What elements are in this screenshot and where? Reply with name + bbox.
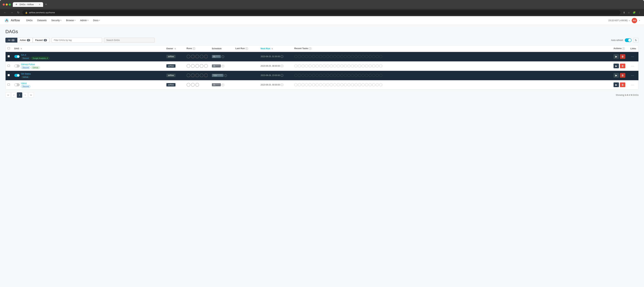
dag-tag[interactable]: Google Analytics 4 [31,57,49,59]
user-avatar-button[interactable]: AU [632,18,637,23]
share-icon[interactable]: ⬆ [622,11,626,14]
task-circle [354,74,358,77]
select-all-checkbox[interactable] [8,47,10,49]
new-tab-button[interactable]: + [44,2,48,7]
page-1-button[interactable]: 1 [17,92,22,98]
dag-tag[interactable]: Discord [21,66,30,69]
filter-tab-active[interactable]: Active 0 [17,38,33,42]
extensions-icon[interactable]: 🧩 [632,11,636,14]
nextrun-info-icon-ga4[interactable]: i [280,55,283,58]
forward-button[interactable]: → [10,10,14,15]
delete-button-github-follow[interactable]: 🗑 [620,64,625,68]
nav-item-security[interactable]: Security ▾ [49,16,64,25]
play-button-uplus[interactable]: ▶ [614,82,619,87]
dag-toggle-ga4[interactable] [14,55,20,58]
th-actions: Actions i [612,45,628,52]
nextrun-info-icon-git-status[interactable]: i [280,74,283,77]
row-checkbox-git-status[interactable] [8,74,10,76]
next-page-button[interactable]: › [22,92,28,98]
th-owner[interactable]: Owner ⇅ [164,45,184,52]
actions-info-icon[interactable]: i [622,47,625,50]
tab-close-button[interactable]: ✕ [39,3,40,6]
minimize-dot[interactable] [6,3,8,5]
dag-tag[interactable]: GitHub [21,76,30,78]
filter-tab-paused[interactable]: Paused 4 [33,38,50,42]
schedule-info-icon-ga4[interactable]: i [222,55,224,58]
play-button-github-follow[interactable]: ▶ [614,64,619,68]
play-button-git-status[interactable]: ▶ [614,73,619,78]
dag-link-git-status[interactable]: Git-Status [21,72,31,75]
close-dot[interactable] [3,3,5,5]
th-nextrun[interactable]: Next Run ⇅ [259,45,292,52]
lock-icon: 🔒 [25,11,28,14]
nav-item-dags[interactable]: DAGs [24,16,35,25]
schedule-info-icon-github-follow[interactable]: i [222,65,224,67]
nextrun-info-icon-github-follow[interactable]: i [280,65,283,67]
dag-tags-git-status: GitHub [21,76,31,78]
task-circle [362,64,364,67]
app-logo[interactable]: Airflow [4,18,20,23]
search-dags-input[interactable] [104,38,154,42]
back-button[interactable]: ← [3,10,8,15]
dag-link-uplus[interactable]: Uplus [21,82,30,84]
task-circle [316,55,319,58]
more-links-github-follow[interactable]: ⋯ [630,64,635,68]
run-circle [195,64,199,68]
dag-toggle-uplus[interactable] [14,83,20,86]
last-page-button[interactable]: » [28,92,34,98]
first-page-button[interactable]: « [6,92,11,98]
dag-toggle-git-status[interactable] [14,74,20,77]
nav-item-admin[interactable]: Admin ▾ [78,16,91,25]
active-tab[interactable]: ✈ DAGs - Airflow ✕ [13,2,43,7]
run-circle [191,64,195,68]
task-circle [358,83,361,86]
dag-toggle-github-follow[interactable] [14,64,20,67]
dag-link-ga4[interactable]: GA-4 [21,54,49,56]
dag-tag[interactable]: Discord [21,85,30,88]
dag-link-github-follow[interactable]: GitHub-Follow [21,63,40,66]
nav-item-datasets[interactable]: Datasets [35,16,49,25]
task-circle [302,74,304,77]
recenttasks-info-icon[interactable]: i [309,47,312,50]
filter-tag-input[interactable] [52,38,102,42]
prev-page-button[interactable]: ‹ [11,92,16,98]
row-checkbox-ga4[interactable] [8,55,10,57]
play-button-ga4[interactable]: ▶ [614,54,619,59]
nav-time-chevron-icon[interactable]: ▾ [629,20,630,21]
run-circle [191,55,195,58]
delete-button-git-status[interactable]: 🗑 [620,73,625,78]
nextrun-cell-uplus: 2023-08-25, 00:00:00 i [259,80,292,89]
more-links-git-status[interactable]: ⋯ [630,74,635,77]
lastrun-info-icon[interactable]: i [245,47,248,50]
menu-icon[interactable]: ⋮ [638,11,641,14]
reload-button[interactable]: ↻ [16,10,20,15]
dag-tag[interactable]: GitHub [31,66,40,69]
delete-button-ga4[interactable]: 🗑 [620,54,625,59]
task-circle [294,55,298,58]
schedule-badge-ga4: 01 * * * [212,55,221,58]
row-checkbox-github-follow[interactable] [8,65,10,67]
recent-task-circles-ga4 [294,55,610,58]
schedule-info-icon-uplus[interactable]: i [222,84,224,86]
bookmark-icon[interactable]: ☆ [627,11,631,14]
auto-refresh-toggle[interactable] [625,38,632,42]
th-recent-tasks: Recent Tasks i [292,45,612,52]
th-dag[interactable]: DAG ⇅ [12,45,164,52]
row-checkbox-uplus[interactable] [8,83,10,86]
address-bar[interactable]: airflow.zerohertz.xyz/home [29,11,618,14]
schedule-info-icon-git-status[interactable]: i [224,74,227,77]
more-links-ga4[interactable]: ⋯ [630,55,635,58]
nav-item-browse[interactable]: Browse ▾ [64,16,78,25]
user-chevron-icon[interactable]: ▾ [639,19,640,21]
nextrun-info-icon-uplus[interactable]: i [280,83,283,86]
task-circle [308,55,312,58]
runs-info-icon[interactable]: i [193,47,195,50]
more-links-uplus[interactable]: ⋯ [630,83,635,86]
nav-item-docs[interactable]: Docs ▾ [91,16,102,25]
delete-button-uplus[interactable]: 🗑 [620,82,625,87]
refresh-button[interactable]: ↻ [633,38,638,42]
dag-tag[interactable]: Discord [21,57,30,59]
task-circle [362,74,364,77]
filter-tab-all[interactable]: All 4 [6,38,17,42]
maximize-dot[interactable] [9,3,11,5]
